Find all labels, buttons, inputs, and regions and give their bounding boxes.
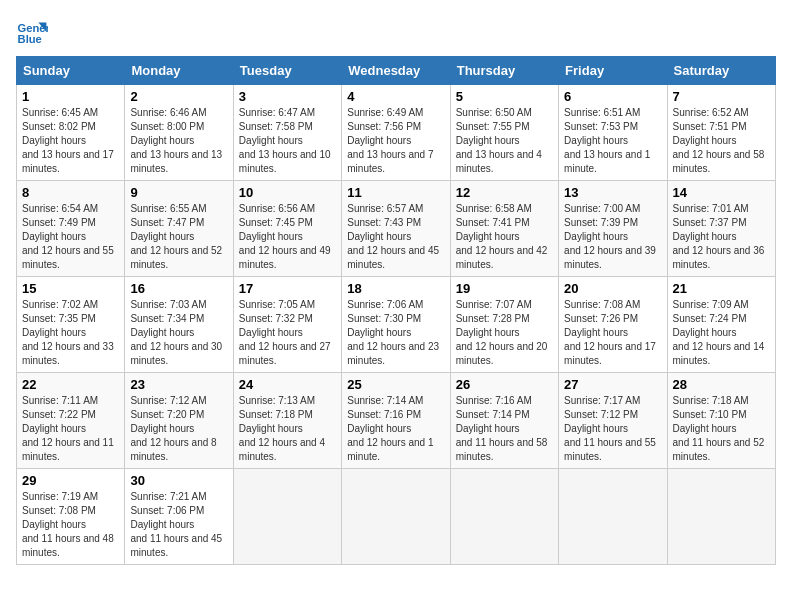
day-info: Sunrise: 7:18 AMSunset: 7:10 PMDaylight … [673,394,770,464]
day-info: Sunrise: 7:08 AMSunset: 7:26 PMDaylight … [564,298,661,368]
day-info: Sunrise: 7:00 AMSunset: 7:39 PMDaylight … [564,202,661,272]
day-cell-7: 7Sunrise: 6:52 AMSunset: 7:51 PMDaylight… [667,85,775,181]
empty-cell [342,469,450,565]
day-info: Sunrise: 7:21 AMSunset: 7:06 PMDaylight … [130,490,227,560]
day-number: 25 [347,377,444,392]
day-cell-11: 11Sunrise: 6:57 AMSunset: 7:43 PMDayligh… [342,181,450,277]
day-number: 16 [130,281,227,296]
header-row: SundayMondayTuesdayWednesdayThursdayFrid… [17,57,776,85]
day-cell-20: 20Sunrise: 7:08 AMSunset: 7:26 PMDayligh… [559,277,667,373]
day-number: 27 [564,377,661,392]
week-row-1: 1Sunrise: 6:45 AMSunset: 8:02 PMDaylight… [17,85,776,181]
day-number: 12 [456,185,553,200]
day-cell-5: 5Sunrise: 6:50 AMSunset: 7:55 PMDaylight… [450,85,558,181]
empty-cell [233,469,341,565]
day-number: 13 [564,185,661,200]
day-number: 7 [673,89,770,104]
day-number: 19 [456,281,553,296]
day-cell-17: 17Sunrise: 7:05 AMSunset: 7:32 PMDayligh… [233,277,341,373]
logo: General Blue [16,16,52,48]
header: General Blue [16,16,776,48]
day-number: 29 [22,473,119,488]
day-number: 28 [673,377,770,392]
day-cell-4: 4Sunrise: 6:49 AMSunset: 7:56 PMDaylight… [342,85,450,181]
empty-cell [667,469,775,565]
day-info: Sunrise: 7:01 AMSunset: 7:37 PMDaylight … [673,202,770,272]
day-cell-25: 25Sunrise: 7:14 AMSunset: 7:16 PMDayligh… [342,373,450,469]
day-info: Sunrise: 7:14 AMSunset: 7:16 PMDaylight … [347,394,444,464]
day-info: Sunrise: 6:58 AMSunset: 7:41 PMDaylight … [456,202,553,272]
day-cell-26: 26Sunrise: 7:16 AMSunset: 7:14 PMDayligh… [450,373,558,469]
day-number: 1 [22,89,119,104]
day-number: 23 [130,377,227,392]
day-info: Sunrise: 6:57 AMSunset: 7:43 PMDaylight … [347,202,444,272]
day-number: 26 [456,377,553,392]
calendar-table: SundayMondayTuesdayWednesdayThursdayFrid… [16,56,776,565]
calendar-body: 1Sunrise: 6:45 AMSunset: 8:02 PMDaylight… [17,85,776,565]
day-cell-14: 14Sunrise: 7:01 AMSunset: 7:37 PMDayligh… [667,181,775,277]
day-number: 8 [22,185,119,200]
day-cell-21: 21Sunrise: 7:09 AMSunset: 7:24 PMDayligh… [667,277,775,373]
day-info: Sunrise: 6:54 AMSunset: 7:49 PMDaylight … [22,202,119,272]
day-cell-16: 16Sunrise: 7:03 AMSunset: 7:34 PMDayligh… [125,277,233,373]
day-number: 17 [239,281,336,296]
day-number: 15 [22,281,119,296]
day-cell-18: 18Sunrise: 7:06 AMSunset: 7:30 PMDayligh… [342,277,450,373]
day-number: 14 [673,185,770,200]
empty-cell [559,469,667,565]
day-info: Sunrise: 7:11 AMSunset: 7:22 PMDaylight … [22,394,119,464]
day-number: 22 [22,377,119,392]
day-number: 11 [347,185,444,200]
day-info: Sunrise: 7:17 AMSunset: 7:12 PMDaylight … [564,394,661,464]
day-cell-12: 12Sunrise: 6:58 AMSunset: 7:41 PMDayligh… [450,181,558,277]
day-cell-30: 30Sunrise: 7:21 AMSunset: 7:06 PMDayligh… [125,469,233,565]
header-cell-thursday: Thursday [450,57,558,85]
day-info: Sunrise: 7:02 AMSunset: 7:35 PMDaylight … [22,298,119,368]
week-row-4: 22Sunrise: 7:11 AMSunset: 7:22 PMDayligh… [17,373,776,469]
day-info: Sunrise: 7:07 AMSunset: 7:28 PMDaylight … [456,298,553,368]
header-cell-monday: Monday [125,57,233,85]
day-number: 3 [239,89,336,104]
day-info: Sunrise: 6:47 AMSunset: 7:58 PMDaylight … [239,106,336,176]
day-number: 21 [673,281,770,296]
day-cell-9: 9Sunrise: 6:55 AMSunset: 7:47 PMDaylight… [125,181,233,277]
day-number: 10 [239,185,336,200]
day-number: 18 [347,281,444,296]
day-info: Sunrise: 6:52 AMSunset: 7:51 PMDaylight … [673,106,770,176]
day-cell-19: 19Sunrise: 7:07 AMSunset: 7:28 PMDayligh… [450,277,558,373]
day-number: 30 [130,473,227,488]
day-cell-8: 8Sunrise: 6:54 AMSunset: 7:49 PMDaylight… [17,181,125,277]
day-number: 2 [130,89,227,104]
day-cell-2: 2Sunrise: 6:46 AMSunset: 8:00 PMDaylight… [125,85,233,181]
day-info: Sunrise: 7:09 AMSunset: 7:24 PMDaylight … [673,298,770,368]
calendar-header: SundayMondayTuesdayWednesdayThursdayFrid… [17,57,776,85]
day-number: 4 [347,89,444,104]
day-info: Sunrise: 7:19 AMSunset: 7:08 PMDaylight … [22,490,119,560]
day-number: 24 [239,377,336,392]
header-cell-wednesday: Wednesday [342,57,450,85]
day-cell-10: 10Sunrise: 6:56 AMSunset: 7:45 PMDayligh… [233,181,341,277]
day-cell-24: 24Sunrise: 7:13 AMSunset: 7:18 PMDayligh… [233,373,341,469]
day-cell-23: 23Sunrise: 7:12 AMSunset: 7:20 PMDayligh… [125,373,233,469]
header-cell-tuesday: Tuesday [233,57,341,85]
day-cell-28: 28Sunrise: 7:18 AMSunset: 7:10 PMDayligh… [667,373,775,469]
day-number: 9 [130,185,227,200]
day-cell-29: 29Sunrise: 7:19 AMSunset: 7:08 PMDayligh… [17,469,125,565]
day-cell-22: 22Sunrise: 7:11 AMSunset: 7:22 PMDayligh… [17,373,125,469]
week-row-3: 15Sunrise: 7:02 AMSunset: 7:35 PMDayligh… [17,277,776,373]
svg-text:Blue: Blue [18,33,42,45]
day-info: Sunrise: 6:49 AMSunset: 7:56 PMDaylight … [347,106,444,176]
day-info: Sunrise: 6:50 AMSunset: 7:55 PMDaylight … [456,106,553,176]
day-info: Sunrise: 6:51 AMSunset: 7:53 PMDaylight … [564,106,661,176]
day-cell-13: 13Sunrise: 7:00 AMSunset: 7:39 PMDayligh… [559,181,667,277]
day-number: 20 [564,281,661,296]
day-number: 5 [456,89,553,104]
week-row-2: 8Sunrise: 6:54 AMSunset: 7:49 PMDaylight… [17,181,776,277]
empty-cell [450,469,558,565]
logo-icon: General Blue [16,16,48,48]
header-cell-saturday: Saturday [667,57,775,85]
day-info: Sunrise: 7:06 AMSunset: 7:30 PMDaylight … [347,298,444,368]
day-info: Sunrise: 7:13 AMSunset: 7:18 PMDaylight … [239,394,336,464]
header-cell-sunday: Sunday [17,57,125,85]
day-number: 6 [564,89,661,104]
